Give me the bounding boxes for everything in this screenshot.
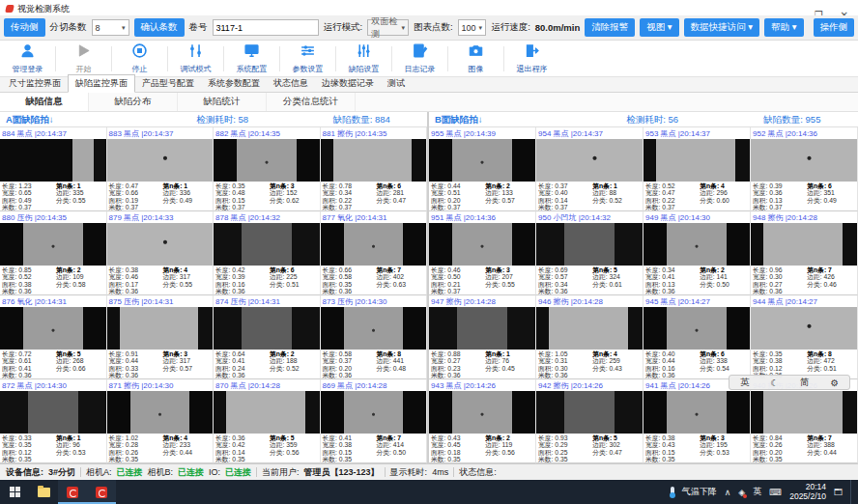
main-tab-3[interactable]: 系统参数配置	[201, 75, 267, 92]
defect-cell[interactable]: 875 压伤 |20:14:31长度: 0.91宽度: 0.44面积: 0.33…	[107, 295, 214, 379]
action-stop-button[interactable]: 停止	[112, 42, 167, 74]
main-tab-4[interactable]: 状态信息	[267, 75, 315, 92]
drive-side-button[interactable]: 传动侧	[4, 18, 45, 37]
defect-cell[interactable]: 881 擦伤 |20:14:35长度: 0.78宽度: 0.34面积: 0.22…	[321, 127, 428, 211]
defect-image[interactable]	[321, 391, 427, 434]
help-menu-button[interactable]: 帮助 ▾	[764, 18, 803, 37]
action-center-icon[interactable]: 🗔	[834, 488, 843, 497]
start-button[interactable]	[0, 480, 29, 504]
defect-image[interactable]	[321, 307, 427, 350]
defect-cell[interactable]: 945 黑点 |20:14:27长度: 0.40宽度: 0.44面积: 0.16…	[644, 295, 751, 379]
operator-side-button[interactable]: 操作侧	[814, 18, 855, 37]
main-tab-2[interactable]: 产品型号配置	[135, 75, 201, 92]
defect-image[interactable]	[429, 223, 535, 266]
action-exit-button[interactable]: 退出程序	[504, 42, 559, 74]
defect-cell[interactable]: 878 黑点 |20:14:32长度: 0.42宽度: 0.39面积: 0.16…	[214, 211, 321, 295]
weather-text[interactable]: 气温下降	[682, 486, 717, 498]
lang-zh-button[interactable]: 简	[800, 377, 810, 389]
lang-en-button[interactable]: 英	[740, 377, 750, 389]
defect-image[interactable]	[214, 139, 320, 182]
defect-image[interactable]	[751, 307, 857, 350]
defect-cell[interactable]: 949 黑点 |20:14:30长度: 0.34宽度: 0.41面积: 0.13…	[644, 211, 751, 295]
network-icon[interactable]: ◈	[738, 488, 745, 497]
defect-image[interactable]	[644, 307, 750, 350]
defect-image[interactable]	[214, 391, 320, 434]
defect-image[interactable]	[751, 391, 857, 434]
defect-image[interactable]	[107, 391, 214, 434]
defect-image[interactable]	[321, 139, 427, 182]
defect-cell[interactable]: 948 擦伤 |20:14:28长度: 0.96宽度: 0.30面积: 0.27…	[751, 211, 858, 295]
defect-cell[interactable]: 943 黑点 |20:14:26长度: 0.43宽度: 0.45面积: 0.18…	[429, 379, 536, 463]
defect-image[interactable]	[751, 139, 857, 182]
defect-cell[interactable]: 941 黑点 |20:14:26长度: 0.38宽度: 0.43面积: 0.15…	[644, 379, 751, 463]
defect-image[interactable]	[214, 307, 320, 350]
defect-cell[interactable]: 872 黑点 |20:14:30长度: 0.33宽度: 0.35面积: 0.12…	[0, 379, 107, 463]
roll-number-input[interactable]	[213, 19, 319, 36]
action-debug-sliders-button[interactable]: 调试模式	[168, 42, 223, 74]
main-tab-6[interactable]: 测试	[381, 75, 412, 92]
action-camera-button[interactable]: 图像	[448, 42, 503, 74]
sub-tab-1[interactable]: 缺陷分布	[89, 93, 178, 111]
defect-image[interactable]	[644, 139, 750, 182]
action-log-button[interactable]: 日志记录	[392, 42, 447, 74]
slit-count-select[interactable]: 8 ▾	[92, 19, 129, 36]
defect-cell[interactable]: 950 小凹坑 |20:14:32长度: 0.69宽度: 0.57面积: 0.3…	[536, 211, 644, 295]
settings-gear-icon[interactable]: ⚙	[830, 378, 839, 388]
defect-image[interactable]	[429, 307, 535, 350]
defect-cell[interactable]: 940 擦伤 |20:14:26长度: 0.84宽度: 0.26面积: 0.20…	[751, 379, 858, 463]
defect-cell[interactable]: 876 氧化 |20:14:31长度: 0.72宽度: 0.61面积: 0.41…	[0, 295, 107, 379]
defect-cell[interactable]: 879 黑点 |20:14:33长度: 0.38宽度: 0.46面积: 0.17…	[107, 211, 214, 295]
thermometer-icon[interactable]	[671, 487, 674, 497]
clear-alarm-button[interactable]: 清除报警	[585, 18, 635, 37]
defect-cell[interactable]: 942 擦伤 |20:14:26长度: 0.93宽度: 0.29面积: 0.25…	[536, 379, 644, 463]
defect-cell[interactable]: 946 擦伤 |20:14:28长度: 1.05宽度: 0.31面积: 0.30…	[536, 295, 644, 379]
chart-points-select[interactable]: 100 ▾	[458, 19, 487, 36]
view-menu-button[interactable]: 视图 ▾	[640, 18, 678, 37]
dark-mode-moon-icon[interactable]: ☾	[770, 378, 779, 388]
defect-cell[interactable]: 951 黑点 |20:14:36长度: 0.46宽度: 0.50面积: 0.21…	[429, 211, 536, 295]
action-user-button[interactable]: 管理登录	[0, 42, 55, 74]
defect-image[interactable]	[214, 223, 320, 266]
defect-image[interactable]	[644, 223, 750, 266]
defect-cell[interactable]: 874 压伤 |20:14:31长度: 0.64宽度: 0.41面积: 0.24…	[214, 295, 321, 379]
defect-image[interactable]	[429, 391, 535, 434]
defect-image[interactable]	[107, 223, 214, 266]
defect-cell[interactable]: 869 黑点 |20:14:28长度: 0.41宽度: 0.38面积: 0.15…	[321, 379, 428, 463]
defect-cell[interactable]: 952 黑点 |20:14:36长度: 0.39宽度: 0.36面积: 0.13…	[751, 127, 858, 211]
show-desktop-button[interactable]	[850, 480, 854, 504]
defect-image[interactable]	[0, 139, 106, 182]
main-tab-5[interactable]: 边缘数据记录	[315, 75, 381, 92]
app-task-button-1[interactable]	[58, 480, 87, 504]
action-monitor-button[interactable]: 系统配置	[224, 42, 279, 74]
defect-image[interactable]	[536, 139, 643, 182]
defect-image[interactable]	[0, 307, 106, 350]
clock[interactable]: 20:14 2025/2/10	[789, 483, 826, 501]
defect-cell[interactable]: 870 黑点 |20:14:28长度: 0.36宽度: 0.42面积: 0.14…	[214, 379, 321, 463]
defect-image[interactable]	[536, 223, 643, 266]
defect-image[interactable]	[536, 391, 643, 434]
file-explorer-button[interactable]	[29, 480, 58, 504]
defect-cell[interactable]: 871 擦伤 |20:14:30长度: 1.02宽度: 0.28面积: 0.26…	[107, 379, 214, 463]
defect-image[interactable]	[0, 391, 106, 434]
app-task-button-2[interactable]	[87, 480, 116, 504]
defect-image[interactable]	[0, 223, 106, 266]
defect-cell[interactable]: 873 压伤 |20:14:30长度: 0.58宽度: 0.37面积: 0.20…	[321, 295, 428, 379]
defect-image[interactable]	[107, 307, 214, 350]
defect-cell[interactable]: 883 黑点 |20:14:37长度: 0.47宽度: 0.66面积: 0.19…	[107, 127, 214, 211]
ime-indicator[interactable]: 英	[753, 486, 761, 498]
defect-cell[interactable]: 955 黑点 |20:14:39长度: 0.44宽度: 0.51面积: 0.20…	[429, 127, 536, 211]
defect-image[interactable]	[107, 139, 214, 182]
defect-cell[interactable]: 884 黑点 |20:14:37长度: 1.23宽度: 0.65面积: 0.49…	[0, 127, 107, 211]
defect-image[interactable]	[429, 139, 535, 182]
action-defect-sliders-button[interactable]: 缺陷设置	[336, 42, 391, 74]
defect-cell[interactable]: 882 黑点 |20:14:35长度: 0.35宽度: 0.48面积: 0.15…	[214, 127, 321, 211]
tray-chevron-up-icon[interactable]: ∧	[725, 488, 731, 497]
defect-cell[interactable]: 880 压伤 |20:14:35长度: 0.85宽度: 0.52面积: 0.38…	[0, 211, 107, 295]
defect-cell[interactable]: 947 擦伤 |20:14:28长度: 0.88宽度: 0.27面积: 0.23…	[429, 295, 536, 379]
defect-cell[interactable]: 954 黑点 |20:14:37长度: 0.37宽度: 0.40面积: 0.14…	[536, 127, 644, 211]
action-play-button[interactable]: 开始	[56, 42, 111, 74]
sub-tab-3[interactable]: 分类信息统计	[267, 93, 356, 111]
defect-cell[interactable]: 944 黑点 |20:14:27长度: 0.35宽度: 0.38面积: 0.12…	[751, 295, 858, 379]
defect-image[interactable]	[321, 223, 427, 266]
defect-image[interactable]	[644, 391, 750, 434]
